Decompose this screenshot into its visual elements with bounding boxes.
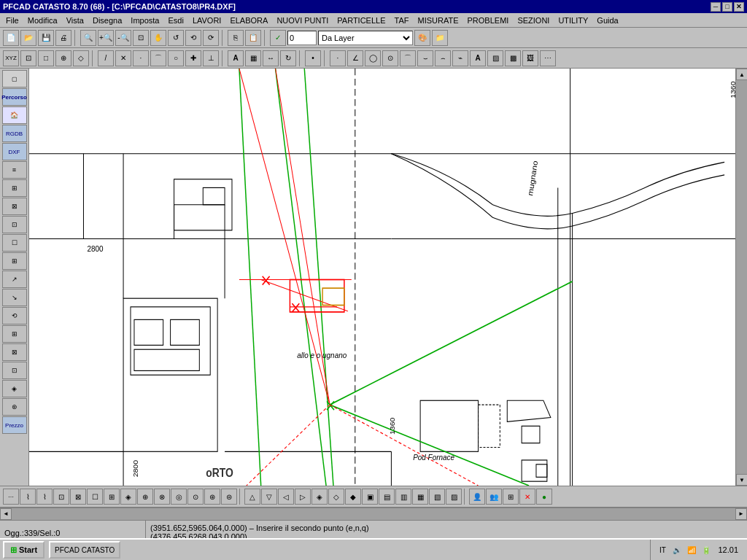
scroll-track-v[interactable]	[736, 80, 747, 474]
start-button[interactable]: ⊞ Start	[3, 541, 44, 559]
menu-problemi[interactable]: PROBLEMI	[463, 15, 514, 26]
bt-person[interactable]: 👤	[469, 489, 485, 505]
bt-shape1[interactable]: △	[244, 489, 260, 505]
bt-shape13[interactable]: ▨	[446, 489, 462, 505]
menu-lavori[interactable]: LAVORI	[188, 15, 226, 26]
tb-paste[interactable]: 📋	[245, 30, 261, 46]
tb-snap-set[interactable]: XYZ	[3, 50, 19, 66]
lt-dxf[interactable]: DXF	[2, 143, 27, 160]
scroll-right-button[interactable]: ►	[735, 508, 747, 520]
tb-arc3[interactable]: ⌢	[435, 50, 451, 66]
bt-tool10[interactable]: ⊗	[154, 489, 170, 505]
taskbar-pfcad[interactable]: PFCAD CATASTO	[49, 541, 120, 559]
tb-print[interactable]: 🖨	[55, 30, 71, 46]
tb-check[interactable]: ✓	[270, 30, 286, 46]
bt-people[interactable]: 👥	[486, 489, 502, 505]
tb-snap-end[interactable]: ⊡	[20, 50, 36, 66]
menu-taf[interactable]: TAF	[390, 15, 414, 26]
menu-misurate[interactable]: MISURATE	[413, 15, 462, 26]
tb-move[interactable]: ↔	[263, 50, 279, 66]
tb-pan[interactable]: ✋	[150, 30, 166, 46]
tb-polyline[interactable]: ⌒	[150, 50, 166, 66]
bt-tool12[interactable]: ⊙	[187, 489, 204, 505]
menu-modifica[interactable]: Modifica	[23, 15, 62, 26]
tb-dot2[interactable]: ·	[330, 50, 346, 66]
layer-number-input[interactable]	[287, 31, 317, 45]
bt-shape5[interactable]: ◈	[311, 489, 328, 505]
lt-tool6[interactable]: ⊞	[2, 252, 27, 270]
tb-pattern[interactable]: ▩	[505, 50, 521, 66]
tb-snap-near[interactable]: ◇	[73, 50, 89, 66]
bt-shape9[interactable]: ▤	[379, 489, 395, 505]
tb-extra[interactable]: 📁	[432, 30, 448, 46]
lt-tool2[interactable]: ⊞	[2, 179, 27, 197]
tb-snap-mid[interactable]: □	[38, 50, 54, 66]
tb-snap-int[interactable]: ⊕	[55, 50, 71, 66]
tb-zoom-window[interactable]: 🔍	[80, 30, 96, 46]
scroll-up-button[interactable]: ▲	[736, 69, 747, 80]
tb-zoom-out[interactable]: -🔍	[115, 30, 131, 46]
menu-utility[interactable]: UTILITY	[554, 15, 592, 26]
bt-green-circle[interactable]: ●	[536, 489, 552, 505]
lt-tool4[interactable]: ⊡	[2, 216, 27, 233]
bt-shape4[interactable]: ▷	[295, 489, 311, 505]
canvas-area[interactable]: mugnano allo e o ugnano Pod Fornace 2800…	[29, 69, 735, 486]
tb-arc2[interactable]: ⌣	[417, 50, 433, 66]
tb-layer-props[interactable]: 🎨	[414, 30, 430, 46]
tb-new[interactable]: 📄	[3, 30, 19, 46]
bt-tool13[interactable]: ⊛	[204, 489, 220, 505]
right-scrollbar[interactable]: ▲ ▼	[735, 69, 747, 486]
tb-arc4[interactable]: ⌁	[452, 50, 468, 66]
menu-esdi[interactable]: Esdi	[163, 15, 187, 26]
bt-tool7[interactable]: ⊞	[104, 489, 120, 505]
menu-guida[interactable]: Guida	[592, 15, 622, 26]
tb-zoom-in[interactable]: +🔍	[98, 30, 114, 46]
scroll-down-button[interactable]: ▼	[736, 474, 747, 486]
tb-hatch[interactable]: ▦	[245, 50, 261, 66]
menu-particelle[interactable]: PARTICELLE	[333, 15, 390, 26]
menu-vista[interactable]: Vista	[62, 15, 88, 26]
bt-tool3[interactable]: ⌇	[36, 489, 53, 505]
lt-tool5[interactable]: ☐	[2, 234, 27, 252]
bt-shape12[interactable]: ▧	[429, 489, 445, 505]
bt-tool4[interactable]: ⊡	[53, 489, 69, 505]
bt-cross2[interactable]: ✕	[519, 489, 535, 505]
minimize-button[interactable]: ─	[711, 2, 721, 12]
tb-circle2[interactable]: ◯	[365, 50, 381, 66]
h-scrollbar[interactable]: ◄ ►	[0, 508, 747, 519]
bt-grid[interactable]: ⊞	[503, 489, 519, 505]
tb-rotate[interactable]: ↻	[280, 50, 296, 66]
tb-save[interactable]: 💾	[38, 30, 54, 46]
tb-node[interactable]: •	[305, 50, 321, 66]
lt-percorso[interactable]: Percorso	[2, 88, 27, 106]
tb-text[interactable]: A	[228, 50, 244, 66]
close-button[interactable]: ✕	[734, 2, 744, 12]
tb-redraw[interactable]: ↺	[168, 30, 184, 46]
menu-file[interactable]: File	[1, 15, 23, 26]
lt-tool10[interactable]: ⊞	[2, 325, 27, 343]
menu-imposta[interactable]: Imposta	[126, 15, 163, 26]
scroll-track-h[interactable]	[12, 508, 735, 520]
menu-elabora[interactable]: ELABORA	[225, 15, 272, 26]
bt-tool2[interactable]: ⌇	[20, 489, 36, 505]
bt-shape3[interactable]: ◁	[278, 489, 294, 505]
layer-select[interactable]: Da Layer	[318, 31, 413, 45]
maximize-button[interactable]: □	[722, 2, 732, 12]
lt-rgb[interactable]: RGDB	[2, 125, 27, 142]
tb-redo[interactable]: ⟳	[203, 30, 219, 46]
lt-prezzo[interactable]: Prezzo	[2, 416, 27, 434]
bt-shape10[interactable]: ▥	[395, 489, 411, 505]
tb-circle[interactable]: ○	[168, 50, 184, 66]
bt-tool14[interactable]: ⊜	[221, 489, 237, 505]
lt-tool13[interactable]: ◈	[2, 380, 27, 397]
tb-open[interactable]: 📂	[20, 30, 36, 46]
lt-tool3[interactable]: ⊠	[2, 198, 27, 215]
tb-arc1[interactable]: ⌒	[400, 50, 416, 66]
bt-shape7[interactable]: ◆	[345, 489, 361, 505]
bt-tool11[interactable]: ◎	[171, 489, 187, 505]
menu-disegna[interactable]: Disegna	[88, 15, 126, 26]
tb-fill[interactable]: ▨	[487, 50, 503, 66]
bt-shape2[interactable]: ▽	[261, 489, 277, 505]
tb-undo[interactable]: ⟲	[185, 30, 201, 46]
lt-tool7[interactable]: ↗	[2, 271, 27, 288]
